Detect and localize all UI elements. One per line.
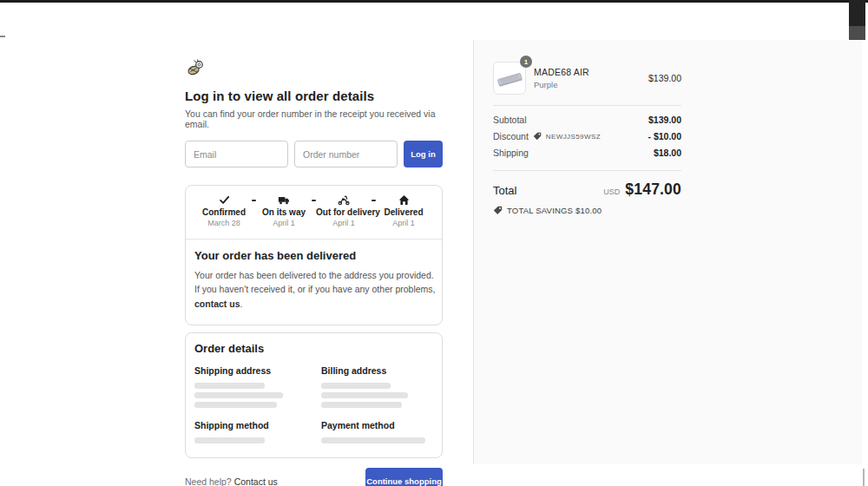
total-label: Total [493, 184, 516, 197]
continue-shopping-button[interactable]: Continue shopping [365, 468, 443, 486]
savings-tag-icon [493, 206, 503, 215]
product-price: $139.00 [648, 73, 681, 83]
status-message: Your order has been delivered Your order… [186, 240, 442, 325]
scrollbar[interactable] [863, 469, 865, 486]
savings-text: TOTAL SAVINGS $10.00 [507, 206, 602, 215]
product-name: MADE68 AIR [534, 67, 589, 77]
tracker-step-delivered: Delivered April 1 [376, 194, 431, 227]
discount-row: Discount NEWJJS59WSZ - $10.00 [493, 131, 681, 141]
currency-code: USD [603, 187, 620, 196]
login-subtext: You can find your order number in the re… [185, 108, 443, 129]
discount-label: Discount NEWJJS59WSZ [493, 131, 601, 141]
login-form: Log in [185, 141, 443, 167]
shipping-method-label: Shipping method [194, 420, 321, 430]
divider [493, 105, 681, 106]
order-details-heading: Order details [194, 342, 433, 355]
shipping-method-block: Shipping method [194, 420, 321, 443]
check-icon [196, 194, 252, 206]
quantity-badge: 1 [520, 56, 532, 68]
home-icon [376, 194, 431, 206]
redacted-bar [194, 383, 265, 389]
redacted-bar [321, 392, 408, 398]
divider [493, 170, 681, 171]
scooter-icon [316, 194, 372, 206]
login-heading: Log in to view all order details [185, 89, 443, 103]
discount-code: NEWJJS59WSZ [546, 133, 601, 141]
shipping-value: $18.00 [654, 148, 681, 158]
email-input[interactable] [185, 141, 288, 167]
order-summary-sidebar: 1 MADE68 AIR Purple $139.00 Subtotal $13… [473, 40, 862, 464]
billing-address-block: Billing address [321, 365, 433, 408]
total-value: $147.00 [625, 181, 681, 199]
need-help-text: Need help? Contact us [185, 476, 278, 486]
edge-dash [0, 36, 5, 37]
truck-icon [256, 194, 312, 206]
discount-tag-icon [533, 132, 542, 141]
keyboard-product-image [493, 62, 526, 95]
shipping-address-label: Shipping address [194, 365, 321, 376]
product-variant: Purple [534, 80, 589, 89]
order-details-card: Order details Shipping address Billing a… [185, 332, 443, 458]
status-heading: Your order has been delivered [194, 249, 433, 262]
order-details-grid: Shipping address Billing address [194, 365, 433, 443]
payment-method-label: Payment method [321, 420, 433, 430]
help-contact-us-link[interactable]: Contact us [234, 476, 278, 486]
store-logo-icon[interactable] [185, 57, 206, 78]
total-row: Total USD $147.00 [493, 181, 681, 199]
payment-method-block: Payment method [321, 420, 433, 443]
tracker-step-out-for-delivery: Out for delivery April 1 [316, 194, 372, 227]
order-status-page: Log in to view all order details You can… [0, 0, 868, 486]
redacted-bar [194, 392, 283, 398]
redacted-bar [321, 437, 425, 443]
shipping-label: Shipping [493, 148, 529, 158]
redacted-bar [194, 437, 265, 443]
order-number-input[interactable] [294, 141, 398, 167]
tracker-step-on-its-way: On its way April 1 [256, 194, 312, 227]
contact-us-link[interactable]: contact us [194, 299, 240, 309]
redacted-bar [194, 402, 277, 408]
order-status-card: Confirmed March 28 On its way April 1 [185, 185, 443, 325]
line-item: 1 MADE68 AIR Purple $139.00 [493, 62, 681, 95]
shipping-row: Shipping $18.00 [493, 148, 681, 158]
top-bar [0, 0, 868, 3]
product-thumbnail: 1 [493, 62, 526, 95]
help-row: Need help? Contact us Continue shopping [185, 468, 443, 486]
tracker-step-confirmed: Confirmed March 28 [196, 194, 252, 227]
progress-tracker: Confirmed March 28 On its way April 1 [186, 186, 442, 239]
billing-address-label: Billing address [321, 365, 433, 376]
discount-value: - $10.00 [648, 131, 681, 141]
subtotal-label: Subtotal [493, 115, 527, 125]
log-in-button[interactable]: Log in [404, 141, 443, 167]
redacted-bar [321, 383, 391, 389]
shipping-address-block: Shipping address [194, 365, 321, 408]
status-text: Your order has been delivered to the add… [194, 268, 439, 311]
corner-block [849, 0, 865, 40]
product-info: MADE68 AIR Purple [534, 67, 589, 89]
main-content: Log in to view all order details You can… [185, 57, 443, 486]
total-savings-row: TOTAL SAVINGS $10.00 [493, 206, 681, 215]
subtotal-row: Subtotal $139.00 [493, 115, 681, 125]
redacted-bar [321, 402, 402, 408]
subtotal-value: $139.00 [648, 115, 681, 125]
